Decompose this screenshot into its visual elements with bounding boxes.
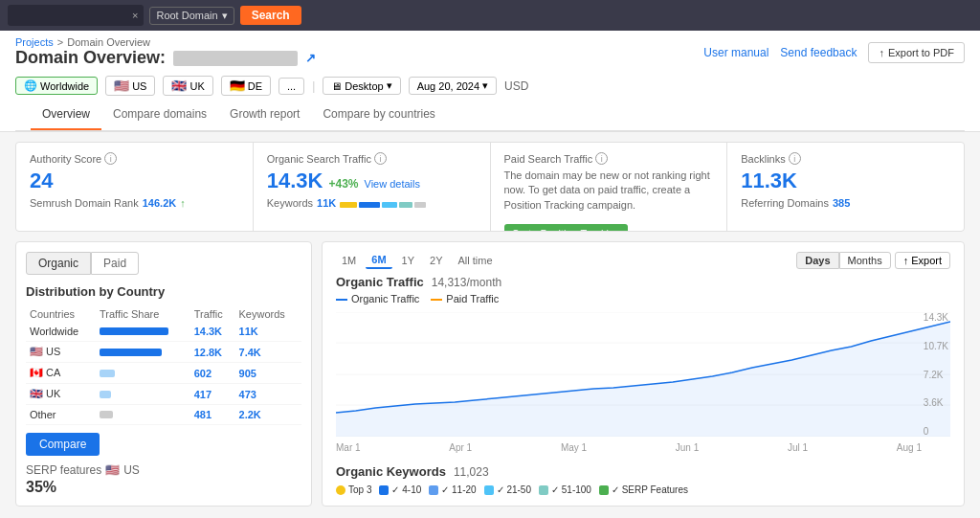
tab-overview[interactable]: Overview <box>31 100 101 130</box>
top-bar: × Root Domain ▾ Search <box>0 0 980 31</box>
legend-paid: Paid Traffic <box>431 293 499 304</box>
row-traffic: 14.3K <box>190 322 235 342</box>
close-icon[interactable]: × <box>132 10 138 21</box>
organic-traffic-change: +43% <box>328 177 358 191</box>
legend-organic: Organic Traffic <box>336 293 419 304</box>
device-filter[interactable]: 🖥 Desktop ▾ <box>323 77 400 95</box>
page-header: Projects > Domain Overview Domain Overvi… <box>0 31 980 132</box>
months-view-button[interactable]: Months <box>839 252 891 269</box>
row-country: 🇨🇦 CA <box>26 363 96 384</box>
row-bar <box>96 363 190 384</box>
paid-traffic-info-icon[interactable]: i <box>595 152 608 165</box>
tab-growth-report[interactable]: Growth report <box>218 100 311 130</box>
domain-title: Domain Overview: ↗ <box>15 48 316 68</box>
backlinks-card: Backlinks i 11.3K Referring Domains 385 <box>727 143 964 231</box>
panel-tabs: Organic Paid <box>26 252 301 275</box>
keywords-section: Organic Keywords 11,023 Top 3 ✓ 4-10 ✓ 1… <box>336 464 950 495</box>
date-filter[interactable]: Aug 20, 2024 ▾ <box>409 77 497 95</box>
more-filter[interactable]: ... <box>278 78 304 95</box>
us-filter[interactable]: 🇺🇸 US <box>105 76 155 96</box>
header-right-actions: User manual Send feedback ↑ Export to PD… <box>703 42 965 63</box>
authority-score-sub: Semrush Domain Rank 146.2K ↑ <box>30 197 239 209</box>
semrush-rank-value: 146.2K <box>143 197 176 209</box>
right-controls: Days Months ↑ Export <box>796 252 950 269</box>
tab-compare-domains[interactable]: Compare domains <box>101 100 218 130</box>
organic-traffic-value-row: 14.3K +43% View details <box>267 169 477 197</box>
time-btn-1m[interactable]: 1M <box>336 252 362 269</box>
backlinks-value: 11.3K <box>741 169 950 193</box>
view-toggle: Days Months <box>796 252 890 269</box>
chevron-down-icon: ▾ <box>222 10 228 22</box>
row-keywords: 2.2K <box>235 405 301 425</box>
keywords-count: 11K <box>317 197 336 209</box>
paid-traffic-label: Paid Search Traffic i <box>504 152 714 165</box>
distribution-table: Countries Traffic Share Traffic Keywords… <box>26 306 301 425</box>
x-axis-labels: Mar 1 Apr 1 May 1 Jun 1 Jul 1 Aug 1 <box>336 440 922 455</box>
bottom-section: Organic Paid Distribution by Country Cou… <box>15 241 965 507</box>
external-link-icon[interactable]: ↗ <box>305 51 316 65</box>
col-countries: Countries <box>26 306 96 322</box>
time-btn-1y[interactable]: 1Y <box>396 252 420 269</box>
export-pdf-button[interactable]: ↑ Export to PDF <box>868 42 965 63</box>
search-input-wrap: × <box>8 5 144 26</box>
col-traffic-share: Traffic Share <box>96 306 190 322</box>
kw-legend-21-50: ✓ 21-50 <box>484 484 531 495</box>
desktop-icon: 🖥 <box>331 80 342 92</box>
backlinks-info-icon[interactable]: i <box>789 152 801 165</box>
compare-button[interactable]: Compare <box>26 433 100 456</box>
row-bar <box>96 342 190 363</box>
uk-filter[interactable]: 🇬🇧 UK <box>163 76 212 96</box>
goto-position-tracking-button[interactable]: Go to Position Tracking <box>504 224 629 232</box>
time-btn-2y[interactable]: 2Y <box>424 252 448 269</box>
days-view-button[interactable]: Days <box>796 252 838 269</box>
chevron-down-icon: ▾ <box>387 79 392 92</box>
keywords-title-row: Organic Keywords 11,023 <box>336 464 950 479</box>
currency-label: USD <box>504 79 528 93</box>
time-buttons: 1M 6M 1Y 2Y All time <box>336 252 499 269</box>
authority-score-label: Authority Score i <box>30 152 239 165</box>
distribution-title: Distribution by Country <box>26 284 301 299</box>
panel-tab-organic[interactable]: Organic <box>26 252 91 275</box>
organic-traffic-value: 14.3K <box>267 169 323 193</box>
chart-controls: 1M 6M 1Y 2Y All time Days Months ↑ Expor… <box>336 252 950 269</box>
keywords-legend: Top 3 ✓ 4-10 ✓ 11-20 ✓ 21-50 <box>336 484 950 495</box>
time-btn-6m[interactable]: 6M <box>366 252 391 269</box>
view-details-link[interactable]: View details <box>365 178 421 190</box>
organic-traffic-info-icon[interactable]: i <box>374 152 387 165</box>
root-domain-dropdown[interactable]: Root Domain ▾ <box>149 7 234 25</box>
y-axis-labels: 14.3K 10.7K 7.2K 3.6K 0 <box>924 312 950 437</box>
export-chart-button[interactable]: ↑ Export <box>895 252 950 269</box>
organic-traffic-card: Organic Search Traffic i 14.3K +43% View… <box>254 143 490 231</box>
keywords-title: Organic Keywords <box>336 464 446 479</box>
rank-arrow: ↑ <box>180 197 186 209</box>
domain-search-input[interactable] <box>13 10 128 21</box>
row-traffic: 417 <box>190 384 235 405</box>
kw-legend-top3: Top 3 <box>336 484 371 495</box>
chart-title-row: Organic Traffic 14,313/month <box>336 275 950 289</box>
organic-keywords-sub: Keywords 11K <box>267 197 477 209</box>
main-content: Authority Score i 24 Semrush Domain Rank… <box>0 132 980 516</box>
distribution-panel: Organic Paid Distribution by Country Cou… <box>15 241 312 507</box>
keyword-bar <box>340 202 426 208</box>
chart-panel: 1M 6M 1Y 2Y All time Days Months ↑ Expor… <box>322 241 965 507</box>
worldwide-filter[interactable]: 🌐 Worldwide <box>15 77 98 95</box>
kw-legend-51-100: ✓ 51-100 <box>539 484 591 495</box>
time-btn-alltime[interactable]: All time <box>453 252 499 269</box>
referring-domains-value: 385 <box>833 197 850 209</box>
de-filter[interactable]: 🇩🇪 DE <box>221 76 271 96</box>
send-feedback-link[interactable]: Send feedback <box>780 46 857 59</box>
tab-compare-countries[interactable]: Compare by countries <box>311 100 446 130</box>
paid-traffic-description: The domain may be new or not ranking rig… <box>504 169 714 213</box>
row-country: 🇬🇧 UK <box>26 384 96 405</box>
svg-marker-5 <box>336 322 950 437</box>
us-flag-icon: 🇺🇸 <box>114 79 129 93</box>
authority-score-info-icon[interactable]: i <box>104 152 117 165</box>
user-manual-link[interactable]: User manual <box>703 46 768 59</box>
header-top-row: Projects > Domain Overview Domain Overvi… <box>15 36 965 68</box>
breadcrumb-projects[interactable]: Projects <box>15 36 54 48</box>
table-row: 🇨🇦 CA 602 905 <box>26 363 301 384</box>
chevron-down-icon: ▾ <box>482 79 488 92</box>
row-keywords: 11K <box>235 322 301 342</box>
panel-tab-paid[interactable]: Paid <box>91 252 139 275</box>
search-button[interactable]: Search <box>240 6 301 25</box>
